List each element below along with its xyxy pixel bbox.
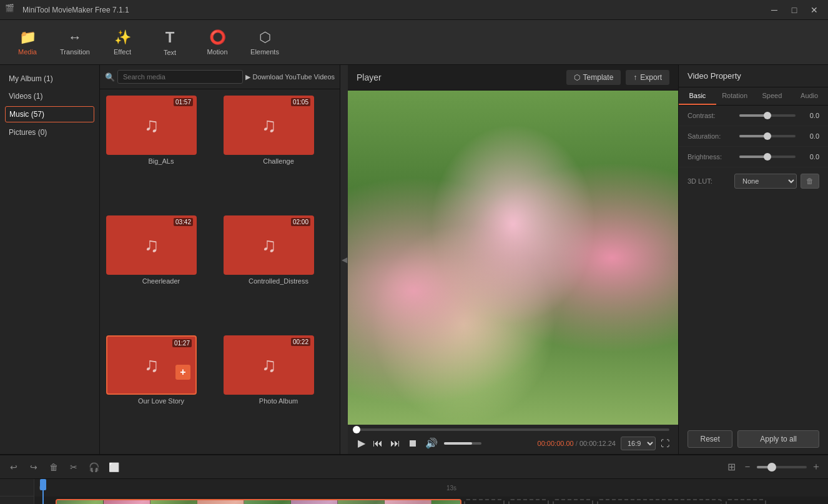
zoom-controls: ⊞ － ＋ bbox=[724, 460, 823, 474]
saturation-row: Saturation: 0.0 bbox=[679, 126, 828, 147]
player-title: Player bbox=[357, 72, 382, 82]
redo-button[interactable]: ↪ bbox=[25, 458, 42, 476]
clip-frames bbox=[57, 500, 460, 505]
apply-all-button[interactable]: Apply to all bbox=[737, 430, 819, 448]
toolbar-transition[interactable]: ↔ Transition bbox=[52, 22, 97, 62]
aspect-ratio-select[interactable]: 16:9 9:16 4:3 1:1 bbox=[621, 437, 656, 450]
time-display: 00:00:00.00 / 00:00:12.24 bbox=[538, 440, 616, 447]
crop-button[interactable]: ⬜ bbox=[105, 458, 122, 476]
stop-button[interactable]: ⏹ bbox=[407, 437, 419, 450]
toolbar-text[interactable]: T Text bbox=[147, 22, 192, 62]
tab-audio[interactable]: Audio bbox=[791, 87, 828, 105]
cut-button[interactable]: ✂ bbox=[65, 458, 82, 476]
tab-basic[interactable]: Basic bbox=[679, 87, 716, 105]
contrast-slider[interactable] bbox=[739, 114, 796, 117]
video-preview bbox=[348, 91, 678, 425]
brightness-row: Brightness: 0.0 bbox=[679, 147, 828, 167]
play-button[interactable]: ▶ bbox=[357, 436, 367, 450]
left-panel: My Album (1) Videos (1) Music (57) Pictu… bbox=[0, 65, 100, 454]
transition-cell-4[interactable]: ↔ bbox=[726, 499, 766, 505]
video-track-content: 🔊 ↔ ⬇ ↔ ↔ bbox=[56, 499, 767, 505]
volume-button[interactable]: 🔊 bbox=[424, 436, 439, 450]
template-button[interactable]: ⬡ Template bbox=[566, 70, 621, 85]
clip-frame-2 bbox=[104, 500, 150, 505]
next-frame-button[interactable]: ⏭ bbox=[389, 437, 402, 450]
prev-frame-button[interactable]: ⏮ bbox=[372, 437, 384, 450]
video-clip[interactable]: 🔊 bbox=[56, 499, 461, 505]
timeline-tracks: + bbox=[34, 497, 828, 504]
brightness-value: 0.0 bbox=[801, 153, 819, 161]
lut-delete-button[interactable]: 🗑 bbox=[801, 174, 819, 189]
zoom-fit-button[interactable]: ⊞ bbox=[724, 460, 738, 474]
toolbar-media[interactable]: 📁 Media bbox=[5, 22, 50, 62]
panel-collapse-handle[interactable]: ◀ bbox=[340, 65, 348, 454]
contrast-thumb[interactable] bbox=[764, 112, 771, 119]
media-thumb-photo-album: ♫ 00:22 bbox=[224, 335, 314, 395]
ruler-mark-13s: 13s bbox=[446, 485, 456, 492]
zoom-thumb[interactable] bbox=[767, 463, 776, 472]
brightness-slider[interactable] bbox=[739, 156, 796, 158]
contrast-row: Contrast: 0.0 bbox=[679, 106, 828, 126]
sidebar-item-music[interactable]: Music (57) bbox=[5, 106, 94, 122]
media-thumb-our-love-story: ♫ 01:27 + bbox=[106, 335, 197, 395]
lut-select[interactable]: None bbox=[734, 174, 797, 189]
sidebar-item-pictures[interactable]: Pictures (0) bbox=[0, 124, 99, 141]
media-duration: 01:05 bbox=[291, 98, 310, 106]
media-item-cheerleader[interactable]: ♫ 03:42 Cheerleader bbox=[102, 212, 220, 332]
window-controls: ─ □ ✕ bbox=[766, 3, 823, 17]
player-actions: ⬡ Template ↑ Export bbox=[566, 70, 669, 85]
progress-thumb[interactable] bbox=[353, 426, 360, 433]
zoom-in-button[interactable]: ＋ bbox=[809, 460, 823, 474]
brightness-thumb[interactable] bbox=[764, 153, 771, 161]
toolbar-effect[interactable]: ✨ Effect bbox=[100, 22, 145, 62]
delete-button[interactable]: 🗑 bbox=[45, 458, 62, 476]
undo-button[interactable]: ↩ bbox=[5, 458, 22, 476]
tab-speed[interactable]: Speed bbox=[754, 87, 791, 105]
media-item-photo-album[interactable]: ♫ 00:22 Photo Album bbox=[220, 332, 337, 452]
media-item-challenge[interactable]: ♫ 01:05 Challenge bbox=[220, 92, 337, 212]
music-note-icon: ♫ bbox=[144, 234, 159, 257]
volume-fill bbox=[444, 442, 472, 445]
main-toolbar: 📁 Media ↔ Transition ✨ Effect T Text ⭕ M… bbox=[0, 20, 828, 65]
saturation-slider[interactable] bbox=[739, 135, 796, 137]
volume-slider[interactable] bbox=[444, 442, 481, 445]
media-name: Our Love Story bbox=[106, 397, 216, 405]
clip-frame-9 bbox=[431, 500, 460, 505]
app-title: MiniTool MovieMaker Free 7.1.1 bbox=[22, 6, 766, 14]
close-button[interactable]: ✕ bbox=[806, 3, 823, 17]
media-item-controlled-distress[interactable]: ♫ 02:00 Controlled_Distress bbox=[220, 212, 337, 332]
download-youtube-button[interactable]: ▶ Download YouTube Videos bbox=[245, 73, 335, 81]
toolbar-elements[interactable]: ⬡ Elements bbox=[242, 22, 287, 62]
progress-bar[interactable] bbox=[357, 428, 669, 431]
transition-cell-3[interactable]: ↔ bbox=[553, 499, 593, 505]
zoom-slider[interactable] bbox=[757, 466, 807, 468]
reset-button[interactable]: Reset bbox=[688, 430, 732, 448]
zoom-out-button[interactable]: － bbox=[741, 460, 754, 474]
toolbar-motion[interactable]: ⭕ Motion bbox=[195, 22, 240, 62]
media-name: Cheerleader bbox=[106, 277, 216, 285]
toolbar-media-label: Media bbox=[18, 48, 37, 56]
maximize-button[interactable]: □ bbox=[786, 3, 803, 17]
clip-frame-4 bbox=[197, 500, 244, 505]
clip-frame-3 bbox=[150, 500, 197, 505]
minimize-button[interactable]: ─ bbox=[766, 3, 783, 17]
video-track-label: 🎬 bbox=[0, 497, 34, 504]
clip-frame-6 bbox=[291, 500, 338, 505]
media-item-big-als[interactable]: ♫ 01:57 Big_ALs bbox=[102, 92, 220, 212]
audio-button[interactable]: 🎧 bbox=[85, 458, 102, 476]
media-thumb-big-als: ♫ 01:57 bbox=[106, 96, 197, 155]
export-button[interactable]: ↑ Export bbox=[626, 70, 669, 85]
add-to-timeline-button[interactable]: + bbox=[175, 365, 190, 380]
sidebar-item-videos[interactable]: Videos (1) bbox=[0, 87, 99, 105]
transition-icon: ↔ bbox=[68, 29, 82, 46]
transition-cell-1[interactable]: ↔ bbox=[464, 499, 505, 505]
music-note-icon: ♫ bbox=[262, 353, 277, 377]
media-name: Photo Album bbox=[224, 397, 333, 405]
fullscreen-button[interactable]: ⛶ bbox=[661, 438, 669, 448]
music-note-icon: ♫ bbox=[262, 234, 277, 257]
sidebar-item-album[interactable]: My Album (1) bbox=[0, 70, 99, 87]
saturation-thumb[interactable] bbox=[764, 132, 771, 140]
search-input[interactable] bbox=[117, 70, 243, 84]
media-item-our-love-story[interactable]: ♫ 01:27 + Our Love Story bbox=[102, 332, 220, 452]
tab-rotation[interactable]: Rotation bbox=[716, 87, 754, 105]
